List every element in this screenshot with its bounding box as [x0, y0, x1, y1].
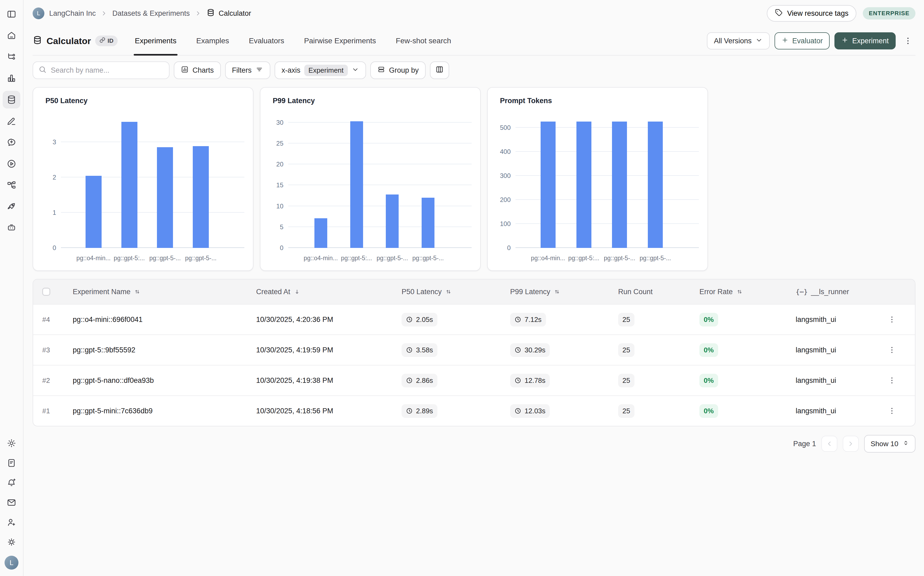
bar[interactable]: [121, 122, 138, 248]
add-evaluator-button[interactable]: Evaluator: [775, 32, 829, 50]
column-header-created[interactable]: Created At: [256, 288, 401, 296]
search-input[interactable]: [51, 66, 164, 75]
table-row[interactable]: #2pg::gpt-5-nano::df0ea93b10/30/2025, 4:…: [33, 365, 915, 395]
table-cell: 0%: [699, 374, 796, 387]
sidebar-item-datasets[interactable]: [3, 91, 20, 109]
table-row[interactable]: #4pg::o4-mini::696f004110/30/2025, 4:20:…: [33, 304, 915, 334]
table-row[interactable]: #1pg::gpt-5-mini::7c636db910/30/2025, 4:…: [33, 395, 915, 426]
x-axis-tick: pg::gpt-5:...: [111, 254, 147, 262]
bar[interactable]: [541, 122, 555, 248]
tab-few-shot-search[interactable]: Few-shot search: [395, 27, 452, 55]
experiment-name-link[interactable]: pg::gpt-5::9bf55592: [73, 346, 135, 354]
bar[interactable]: [314, 218, 327, 248]
columns-icon: [435, 65, 444, 74]
tab-examples[interactable]: Examples: [195, 27, 230, 55]
user-avatar[interactable]: L: [5, 556, 18, 570]
column-label: __ls_runner: [811, 288, 849, 296]
sidebar-item-panel-left[interactable]: [3, 5, 20, 23]
column-header-select[interactable]: [33, 288, 73, 296]
datasets-icon: [206, 8, 215, 17]
group-by-button[interactable]: Group by: [370, 61, 426, 79]
add-experiment-button[interactable]: Experiment: [834, 32, 896, 50]
all-versions-dropdown[interactable]: All Versions: [707, 32, 770, 50]
group-by-icon: [377, 66, 385, 74]
sidebar-item-docs[interactable]: [3, 454, 20, 472]
p99-latency-badge: 12.78s: [510, 374, 550, 387]
bar[interactable]: [386, 195, 399, 248]
sidebar-item-monitoring[interactable]: [3, 69, 20, 87]
sidebar-item-invite-user[interactable]: [3, 514, 20, 531]
y-axis-tick: 400: [500, 149, 511, 155]
y-axis-tick: 15: [276, 182, 283, 188]
org-avatar[interactable]: L: [33, 8, 44, 19]
bar[interactable]: [157, 147, 173, 248]
column-header-error[interactable]: Error Rate: [699, 288, 796, 296]
sidebar-item-notifications[interactable]: [3, 474, 20, 491]
sidebar-item-settings[interactable]: [3, 434, 20, 452]
bar[interactable]: [648, 122, 663, 248]
table-cell: 12.03s: [510, 404, 618, 418]
breadcrumb-org[interactable]: LangChain Inc: [49, 10, 96, 18]
bar[interactable]: [576, 122, 591, 248]
column-header-name[interactable]: Experiment Name: [73, 288, 256, 296]
tab-pairwise-experiments[interactable]: Pairwise Experiments: [303, 27, 377, 55]
sidebar-item-home[interactable]: [3, 27, 20, 44]
experiment-name-link[interactable]: pg::gpt-5-mini::7c636db9: [73, 407, 152, 415]
p50-latency-badge: 2.86s: [401, 374, 437, 387]
sidebar-item-deployments[interactable]: [3, 198, 20, 215]
row-actions-button[interactable]: [884, 312, 899, 328]
x-axis-tick: pg::gpt-5-...: [637, 254, 673, 262]
table-cell: #1: [33, 407, 73, 415]
y-axis-tick: 2: [53, 174, 56, 181]
database-icon: [206, 8, 215, 19]
bar[interactable]: [85, 176, 102, 248]
sidebar-item-theme[interactable]: [3, 533, 20, 551]
row-actions-button[interactable]: [884, 403, 899, 419]
bar-slot: [410, 118, 446, 248]
page-size-select[interactable]: Show 10: [864, 435, 916, 453]
page-title: Calculator: [47, 36, 91, 46]
experiment-name-link[interactable]: pg::o4-mini::696f0041: [73, 315, 143, 324]
bar[interactable]: [422, 198, 435, 248]
chevron-left-icon: [826, 440, 833, 448]
row-actions-button[interactable]: [884, 373, 899, 389]
column-header-p99[interactable]: P99 Latency: [510, 288, 618, 296]
filter-icon: [255, 66, 263, 74]
sidebar-item-annotation[interactable]: [3, 112, 20, 130]
tab-evaluators[interactable]: Evaluators: [248, 27, 285, 55]
column-header-p50[interactable]: P50 Latency: [401, 288, 510, 296]
p99-latency-badge: 30.29s: [510, 343, 550, 357]
charts-button[interactable]: Charts: [174, 61, 221, 79]
filters-button[interactable]: Filters: [225, 61, 271, 79]
bar[interactable]: [350, 121, 363, 248]
bar-chart-icon: [181, 66, 189, 75]
next-page-button[interactable]: [843, 436, 859, 452]
table-row[interactable]: #3pg::gpt-5::9bf5559210/30/2025, 4:19:59…: [33, 334, 915, 365]
experiment-name-link[interactable]: pg::gpt-5-nano::df0ea93b: [73, 376, 154, 385]
sidebar-item-prompt-canvas[interactable]: [3, 134, 20, 151]
prev-page-button[interactable]: [821, 436, 837, 452]
table-cell: langsmith_ui: [796, 376, 884, 385]
bar[interactable]: [612, 122, 627, 248]
runner-value: langsmith_ui: [796, 376, 836, 385]
tab-experiments[interactable]: Experiments: [134, 27, 178, 55]
top-bar-right: View resource tags ENTERPRISE: [767, 5, 916, 22]
bar[interactable]: [193, 146, 209, 248]
breadcrumb-datasets[interactable]: Datasets & Experiments: [112, 10, 190, 18]
more-options-button[interactable]: [900, 32, 916, 50]
plan-badge: ENTERPRISE: [863, 7, 916, 19]
select-all-checkbox[interactable]: [42, 288, 50, 296]
top-bar: L LangChain Inc Datasets & Experiments C…: [33, 0, 916, 27]
sidebar-item-workflows[interactable]: [3, 176, 20, 194]
columns-button[interactable]: [430, 61, 449, 79]
row-actions-button[interactable]: [884, 342, 899, 358]
table-cell: pg::o4-mini::696f0041: [73, 315, 256, 324]
chart-card-p50-latency: P50 Latency0123pg::o4-min...pg::gpt-5:..…: [33, 87, 253, 271]
sidebar-item-tracing[interactable]: [3, 48, 20, 66]
sidebar-item-playground[interactable]: [3, 155, 20, 173]
sidebar-item-mail[interactable]: [3, 494, 20, 511]
view-resource-tags-button[interactable]: View resource tags: [767, 5, 857, 22]
xaxis-dropdown[interactable]: x-axis Experiment: [274, 61, 366, 79]
sidebar-item-assistants[interactable]: [3, 219, 20, 237]
id-chip[interactable]: ID: [95, 35, 118, 46]
